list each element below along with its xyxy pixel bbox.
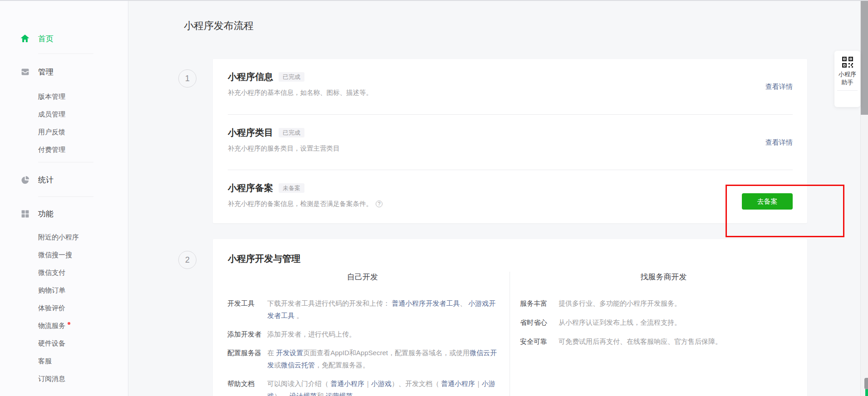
step-1-number: 1 [178, 69, 196, 88]
edge-widget-gray [864, 378, 868, 389]
view-details-link[interactable]: 查看详情 [765, 138, 793, 170]
top-edge-divider [0, 0, 868, 1]
row-text: 添加开发者，进行代码上传。 [267, 328, 498, 340]
row-label: 开发工具 [227, 297, 267, 322]
row-label: 配置服务器 [227, 347, 267, 371]
add-developer-row: 添加开发者 添加开发者，进行代码上传。 [227, 328, 498, 340]
qr-code-icon [841, 56, 854, 70]
row-text: 下载开发者工具进行代码的开发和上传： 普通小程序开发者工具、 小游戏开发者工具 … [267, 297, 498, 322]
question-circle-icon[interactable]: ? [376, 200, 383, 207]
row-label: 省时省心 [520, 316, 559, 328]
go-filing-button[interactable]: 去备案 [742, 193, 793, 210]
row-text: 从小程序认证到发布上线，全流程支持。 [559, 316, 681, 328]
sidebar-item-version-management[interactable]: 版本管理 [0, 88, 128, 106]
self-develop-column: 自己开发 开发工具 下载开发者工具进行代码的开发和上传： 普通小程序开发者工具、… [213, 272, 510, 396]
row-description: 补充小程序的基本信息，如名称、图标、描述等。 [228, 88, 373, 97]
step-1-card: 小程序信息 已完成 补充小程序的基本信息，如名称、图标、描述等。 查看详情 小程… [213, 59, 807, 223]
sidebar-item-user-feedback[interactable]: 用户反馈 [0, 123, 128, 141]
edge-widget-green [865, 389, 868, 396]
row-label: 帮助文档 [227, 377, 267, 396]
row-title: 小程序备案 [228, 182, 273, 194]
row-text: 可以阅读入门介绍（ 普通小程序｜小游戏）、开发文档（ 普通小程序｜小游戏）、 设… [267, 377, 498, 396]
sidebar-item-hardware-devices[interactable]: 硬件设备 [0, 335, 128, 352]
pie-chart-icon [20, 175, 30, 185]
dev-tools-row: 开发工具 下载开发者工具进行代码的开发和上传： 普通小程序开发者工具、 小游戏开… [227, 297, 498, 322]
inbox-icon [20, 67, 30, 77]
row-label: 添加开发者 [227, 328, 267, 340]
sidebar-item-experience-review[interactable]: 体验评价 [0, 299, 128, 317]
inline-link[interactable]: 普通小程序 [441, 380, 475, 387]
unread-dot [68, 322, 70, 325]
app-window: 首页 管理 版本管理 成员管理 用户反馈 付费管理 统计 功能 [0, 0, 868, 396]
home-icon [20, 34, 30, 44]
sidebar-item-wechat-search[interactable]: 微信搜一搜 [0, 246, 128, 264]
inline-link[interactable]: 开发设置 [276, 349, 303, 357]
sidebar-item-statistics[interactable]: 统计 [0, 169, 128, 190]
inline-link[interactable]: 普通小程序 [330, 380, 364, 387]
grid-icon [20, 209, 30, 219]
configure-server-row: 配置服务器 在 开发设置页面查看AppID和AppSecret，配置服务器域名，… [227, 347, 498, 371]
inline-link[interactable]: 设计规范 [289, 392, 317, 396]
safe-reliable-row: 安全可靠 可免费试用后再支付、在线客服响应、官方售后保障。 [520, 335, 807, 347]
sidebar-item-wechat-pay[interactable]: 微信支付 [0, 264, 128, 282]
sidebar: 首页 管理 版本管理 成员管理 用户反馈 付费管理 统计 功能 [0, 0, 128, 396]
assistant-label-line2: 助手 [834, 78, 860, 87]
sidebar-item-shopping-orders[interactable]: 购物订单 [0, 282, 128, 299]
scrollbar-thumb[interactable] [861, 0, 868, 115]
page-title: 小程序发布流程 [184, 19, 868, 33]
miniprogram-category-row: 小程序类目 已完成 补充小程序的服务类目，设置主营类目 查看详情 [228, 115, 793, 170]
row-label: 服务丰富 [520, 297, 559, 309]
sidebar-item-logistics-service[interactable]: 物流服务 [0, 317, 128, 335]
row-text: 提供多行业、多功能的小程序开发服务。 [559, 297, 681, 309]
sidebar-divider [38, 54, 93, 54]
status-badge: 已完成 [279, 128, 304, 137]
assistant-label-line1: 小程序 [834, 70, 860, 78]
sidebar-item-paid-management[interactable]: 付费管理 [0, 141, 128, 159]
sidebar-subnav-manage: 版本管理 成员管理 用户反馈 付费管理 [0, 88, 128, 159]
sidebar-subnav-features: 附近的小程序 微信搜一搜 微信支付 购物订单 体验评价 物流服务 硬件设备 客服… [0, 229, 128, 388]
inline-link[interactable]: 小游戏 [371, 380, 392, 387]
step-2-section: 2 小程序开发与管理 自己开发 开发工具 下载开发者工具进行代码的开发和上传： … [213, 239, 807, 396]
sidebar-item-home[interactable]: 首页 [0, 28, 128, 49]
vertical-scrollbar[interactable] [860, 0, 868, 396]
row-description: 补充小程序的备案信息，检测是否满足备案条件。 ? [228, 199, 383, 208]
row-description: 补充小程序的服务类目，设置主营类目 [228, 144, 340, 153]
sidebar-item-label: 首页 [38, 34, 54, 44]
sidebar-item-nearby-miniprogram[interactable]: 附近的小程序 [0, 229, 128, 246]
miniprogram-assistant-widget[interactable]: 小程序 助手 [834, 51, 860, 107]
inline-link[interactable]: 微信云托管 [281, 361, 315, 369]
miniprogram-icp-filing-row: 小程序备案 未备案 补充小程序的备案信息，检测是否满足备案条件。 ? 去备案 [228, 170, 793, 223]
status-badge: 未备案 [279, 183, 304, 193]
sidebar-item-label: 统计 [38, 175, 54, 185]
row-text: 可免费试用后再支付、在线客服响应、官方售后保障。 [559, 335, 722, 347]
sidebar-item-member-management[interactable]: 成员管理 [0, 106, 128, 123]
view-details-link[interactable]: 查看详情 [765, 83, 793, 114]
sidebar-divider [38, 196, 93, 197]
self-develop-header: 自己开发 [227, 272, 498, 283]
sidebar-item-manage[interactable]: 管理 [0, 61, 128, 82]
dev-columns: 自己开发 开发工具 下载开发者工具进行代码的开发和上传： 普通小程序开发者工具、… [213, 272, 807, 396]
sidebar-item-customer-service[interactable]: 客服 [0, 352, 128, 370]
step-2-card: 小程序开发与管理 自己开发 开发工具 下载开发者工具进行代码的开发和上传： 普通… [213, 239, 807, 396]
step-1-section: 1 小程序信息 已完成 补充小程序的基本信息，如名称、图标、描述等。 查看详情 [213, 59, 807, 223]
inline-link[interactable]: 普通小程序开发者工具 [392, 299, 460, 307]
sidebar-item-features[interactable]: 功能 [0, 203, 128, 224]
dev-management-title: 小程序开发与管理 [228, 253, 807, 264]
main-content: 小程序发布流程 1 小程序信息 已完成 补充小程序的基本信息，如名称、图标、描述… [128, 0, 868, 396]
sidebar-item-subscribe-message[interactable]: 订阅消息 [0, 370, 128, 388]
row-title: 小程序类目 [228, 127, 273, 138]
step-2-number: 2 [178, 251, 196, 269]
row-text: 在 开发设置页面查看AppID和AppSecret，配置服务器域名，或使用微信云… [267, 347, 498, 371]
sidebar-divider [38, 162, 93, 162]
assistant-divider [837, 90, 858, 91]
sidebar-item-label: 管理 [38, 67, 54, 77]
help-docs-row: 帮助文档 可以阅读入门介绍（ 普通小程序｜小游戏）、开发文档（ 普通小程序｜小游… [227, 377, 498, 396]
row-label: 安全可靠 [520, 335, 559, 347]
inline-link[interactable]: 运营规范 [325, 392, 353, 396]
rich-service-row: 服务丰富 提供多行业、多功能的小程序开发服务。 [520, 297, 807, 309]
status-badge: 已完成 [279, 72, 304, 82]
service-provider-header: 找服务商开发 [520, 272, 807, 283]
service-provider-column: 找服务商开发 服务丰富 提供多行业、多功能的小程序开发服务。 省时省心 从小程序… [510, 272, 807, 396]
time-saving-row: 省时省心 从小程序认证到发布上线，全流程支持。 [520, 316, 807, 328]
sidebar-item-label: 功能 [38, 209, 54, 219]
